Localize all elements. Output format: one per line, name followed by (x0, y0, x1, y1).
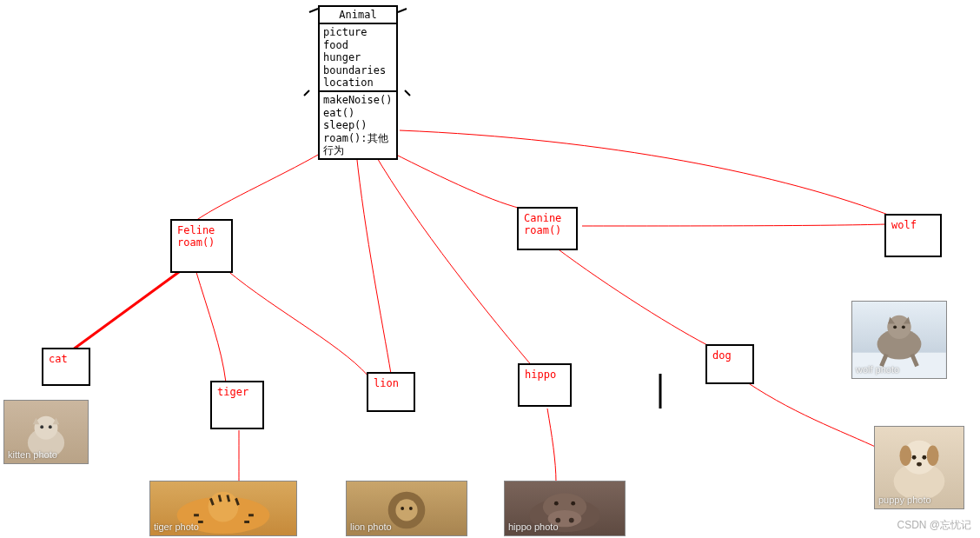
svg-point-25 (902, 325, 905, 329)
line: hippo (525, 369, 565, 381)
svg-point-9 (395, 499, 417, 521)
class-tiger: tiger (210, 381, 264, 429)
photo-hippo: hippo photo (504, 481, 626, 536)
method: eat() (323, 107, 393, 119)
svg-point-32 (917, 462, 922, 467)
method: sleep() (323, 119, 393, 131)
photo-dog: puppy photo (874, 426, 964, 509)
method: roam():其他行为 (323, 132, 393, 157)
class-animal-methods: makeNoise() eat() sleep() roam():其他行为 (320, 92, 396, 158)
class-animal-attributes: picture food hunger boundaries location (320, 24, 396, 92)
line: dog (712, 349, 747, 362)
photo-hippo-label: hippo photo (508, 521, 559, 532)
svg-point-24 (893, 325, 897, 329)
class-dog: dog (705, 344, 754, 384)
class-feline: Feline roam() (170, 219, 233, 273)
svg-point-1 (35, 416, 58, 440)
svg-point-30 (912, 455, 917, 460)
svg-point-31 (922, 455, 926, 460)
photo-tiger: tiger photo (149, 481, 297, 536)
class-hippo: hippo (518, 363, 572, 407)
line: cat (49, 353, 83, 365)
svg-point-18 (569, 518, 574, 523)
class-animal-title: Animal (320, 7, 396, 24)
line: lion (374, 377, 408, 389)
svg-point-4 (40, 425, 43, 428)
photo-wolf-label: wolf photo (856, 364, 899, 375)
svg-point-11 (409, 507, 413, 510)
class-lion: lion (367, 372, 415, 412)
connector-lines (0, 0, 980, 538)
svg-point-10 (401, 507, 404, 510)
method: makeNoise() (323, 94, 393, 106)
svg-point-5 (49, 425, 52, 428)
attr: hunger (323, 51, 393, 63)
photo-dog-label: puppy photo (878, 495, 931, 505)
photo-wolf: wolf photo (851, 301, 947, 379)
line: tiger (217, 386, 257, 398)
line: Canine (524, 212, 571, 224)
attr: location (323, 76, 393, 89)
photo-tiger-label: tiger photo (154, 521, 199, 532)
photo-lion: lion photo (346, 481, 467, 536)
class-cat: cat (42, 348, 90, 386)
photo-cat: kitten photo (3, 400, 89, 464)
attr: food (323, 39, 393, 51)
svg-point-7 (209, 492, 239, 522)
class-canine: Canine roam() (517, 207, 578, 250)
line: Feline (177, 224, 226, 236)
photo-lion-label: lion photo (350, 521, 392, 532)
line: roam() (177, 236, 226, 249)
svg-point-29 (927, 446, 939, 467)
svg-point-28 (899, 446, 911, 467)
class-wolf: wolf (884, 214, 942, 257)
watermark: CSDN @忘忧记 (897, 518, 971, 533)
line: roam() (524, 224, 571, 236)
attr: boundaries (323, 64, 393, 76)
line: wolf (891, 219, 935, 231)
svg-point-16 (571, 501, 575, 506)
attr: picture (323, 26, 393, 38)
class-animal: Animal picture food hunger boundaries lo… (318, 5, 398, 160)
svg-point-15 (554, 501, 559, 506)
photo-cat-label: kitten photo (8, 449, 57, 460)
